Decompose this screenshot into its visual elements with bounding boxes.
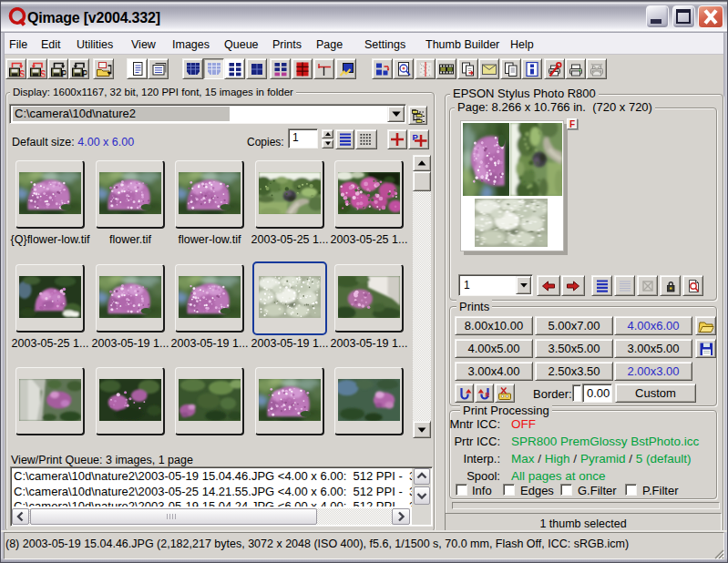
svg-text:P: P [82,68,87,77]
svg-text:R: R [485,391,489,397]
svg-text:S: S [19,68,25,77]
svg-text:S: S [40,68,46,77]
svg-text:P: P [61,68,67,77]
